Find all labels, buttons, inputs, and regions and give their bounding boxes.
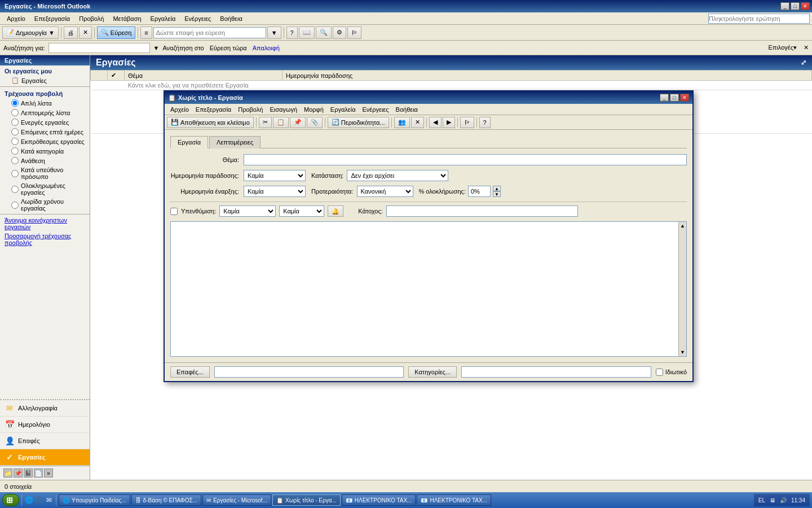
- dialog-menu-edit[interactable]: Επεξεργασία: [192, 106, 235, 113]
- sidebar-view-overdue[interactable]: Εκπρόθεσμες εργασίες: [0, 137, 90, 146]
- taskbar-item-db[interactable]: 🗄 δ-Βάση © ΕΠΑΦΟΣ...: [131, 494, 202, 506]
- sidebar-view-detailed[interactable]: Λεπτομερής λίστα: [0, 108, 90, 117]
- next-button[interactable]: ▶: [443, 117, 455, 128]
- nav-btn-mail[interactable]: ✉ Αλληλογραφία: [0, 400, 90, 417]
- options-label[interactable]: Επιλογές▾: [768, 44, 797, 51]
- reminder-date-select[interactable]: Καμία: [219, 205, 276, 217]
- tools2-button[interactable]: ⚙: [333, 27, 346, 39]
- search-input[interactable]: [48, 43, 150, 53]
- sidebar-link-customize[interactable]: Προσαρμογή τρέχουσας προβολής: [0, 231, 90, 247]
- help2-button[interactable]: ?: [479, 117, 491, 128]
- taskbar-item-email2[interactable]: 📧 ΗΛΕΚΤΡΟΝΙΚΟ ΤΑΧ...: [417, 494, 491, 506]
- tab-details[interactable]: Λεπτομέρειες: [209, 136, 261, 148]
- contact-search-input[interactable]: [153, 27, 266, 38]
- menu-file[interactable]: Αρχείο: [2, 12, 30, 24]
- new-button[interactable]: 📝 Δημιουργία ▼: [2, 27, 59, 39]
- maximize-button[interactable]: □: [791, 2, 800, 10]
- taskbar-item-tasks[interactable]: ✉ Εργασίες - Microsof...: [202, 494, 271, 506]
- cancel-assign-button[interactable]: ✕: [411, 117, 424, 128]
- sidebar-link-shared[interactable]: Άνοιγμα κοινόχρηστων εργασιών: [0, 216, 90, 231]
- assign-task-button[interactable]: 👥: [394, 117, 410, 128]
- menu-tools[interactable]: Εργαλεία: [146, 12, 180, 24]
- flag2-button[interactable]: 🏳: [460, 117, 474, 128]
- dialog-maximize-button[interactable]: □: [670, 94, 679, 102]
- menu-view[interactable]: Προβολή: [74, 12, 108, 24]
- scroll-down-button[interactable]: ▼: [679, 348, 686, 356]
- taskbar-item-email1[interactable]: 📧 ΗΛΕΚΤΡΟΝΙΚΟ ΤΑΧ...: [342, 494, 416, 506]
- help-search-input[interactable]: [708, 14, 810, 24]
- clear-label[interactable]: Απαλοιφή: [253, 45, 280, 51]
- sidebar-item-tasks-icon[interactable]: 📋 Εργασίες: [0, 76, 90, 85]
- cut-button[interactable]: ✂: [259, 117, 272, 128]
- task-body-area[interactable]: ▲ ▼: [170, 221, 687, 357]
- subject-input[interactable]: [244, 154, 687, 165]
- add-task-row[interactable]: Κάντε κλικ εδώ, για να προσθέσετε Εργασί…: [91, 81, 812, 90]
- scrollbar[interactable]: ▲ ▼: [678, 222, 686, 356]
- categories-button[interactable]: Κατηγορίες...: [408, 366, 457, 378]
- recurrence-button[interactable]: 🔄 Περιοδικότητα...: [328, 117, 389, 128]
- dialog-menu-view[interactable]: Προβολή: [235, 106, 266, 113]
- menu-edit[interactable]: Επεξεργασία: [30, 12, 74, 24]
- completion-input[interactable]: [468, 186, 491, 197]
- dialog-minimize-button[interactable]: _: [660, 94, 669, 102]
- categories-input[interactable]: [461, 366, 651, 378]
- due-date-select[interactable]: Καμία: [244, 170, 306, 181]
- nav-btn-contacts[interactable]: 👤 Επαφές: [0, 433, 90, 449]
- dialog-menu-tools[interactable]: Εργαλεία: [327, 106, 359, 113]
- attach-button[interactable]: 📎: [307, 117, 323, 128]
- sidebar-view-assign[interactable]: Ανάθεση: [0, 156, 90, 165]
- dialog-close-button[interactable]: ✕: [680, 94, 689, 102]
- sidebar-view-category[interactable]: Κατά κατηγορία: [0, 146, 90, 156]
- reminder-checkbox[interactable]: [170, 208, 178, 215]
- print-button[interactable]: 🖨: [64, 27, 78, 39]
- save-close-button[interactable]: 💾 Αποθήκευση και κλείσιμο: [167, 117, 254, 128]
- outlook-quick-icon[interactable]: ✉: [45, 496, 54, 505]
- private-checkbox[interactable]: [656, 369, 663, 376]
- delete-button[interactable]: ✕: [79, 27, 92, 39]
- sidebar-view-simple[interactable]: Απλή λίστα: [0, 98, 90, 108]
- owner-input[interactable]: Unknown: [386, 205, 578, 217]
- taskbar-item-ministry[interactable]: 🌐 Υπουργείο Παιδείας...: [59, 494, 130, 506]
- start-button[interactable]: ⊞: [2, 494, 19, 506]
- prev-button[interactable]: ◀: [429, 117, 442, 128]
- find-button[interactable]: 🔍 Εύρεση: [97, 27, 135, 39]
- flag-button[interactable]: 🏳: [347, 27, 361, 39]
- sidebar-view-next7[interactable]: Επόμενες επτά ημέρες: [0, 127, 90, 137]
- close-button[interactable]: ✕: [801, 2, 810, 10]
- nav-shortcut-icon[interactable]: 📌: [14, 468, 23, 478]
- dialog-menu-format[interactable]: Μορφή: [301, 106, 327, 113]
- paste-button[interactable]: 📌: [290, 117, 306, 128]
- completion-up-button[interactable]: ▲: [493, 186, 501, 191]
- ie-icon[interactable]: 🌐: [24, 496, 33, 505]
- reminder-sound-button[interactable]: 🔔: [328, 205, 343, 217]
- priority-select[interactable]: Κανονική: [357, 186, 413, 197]
- reminder-time-select[interactable]: Καμία: [279, 205, 324, 217]
- address-book-button[interactable]: 📖: [299, 27, 315, 39]
- tab-task[interactable]: Εργασία: [170, 136, 208, 148]
- menu-go[interactable]: Μετάβαση: [108, 12, 145, 24]
- nav-btn-calendar[interactable]: 📅 Ημερολόγιο: [0, 417, 90, 433]
- contacts-input[interactable]: [214, 366, 404, 378]
- sidebar-view-timeline[interactable]: Λωρίδα χρόνου εργασίας: [0, 197, 90, 213]
- start-date-select[interactable]: Καμία: [244, 186, 306, 197]
- col-subject[interactable]: Θέμα: [125, 71, 283, 81]
- menu-actions[interactable]: Ενέργειες: [180, 12, 215, 24]
- dialog-menu-actions[interactable]: Ενέργειες: [359, 106, 392, 113]
- sidebar-view-person[interactable]: Κατά υπεύθυνο πρόσωπο: [0, 165, 90, 181]
- col-due-date[interactable]: Ημερομηνία παράδοσης: [283, 71, 812, 81]
- media-icon[interactable]: 🎵: [34, 496, 43, 505]
- copy-button[interactable]: 📋: [273, 117, 289, 128]
- contact-search-dropdown[interactable]: ▼: [267, 27, 281, 39]
- menu-help[interactable]: Βοήθεια: [215, 12, 246, 24]
- nav-folder-icon[interactable]: 📁: [3, 468, 12, 478]
- help-button[interactable]: ?: [286, 27, 298, 39]
- nav-notes-icon[interactable]: 📄: [34, 468, 43, 478]
- list-view-button[interactable]: ≡: [140, 27, 152, 39]
- search2-button[interactable]: 🔍: [316, 27, 332, 39]
- nav-journal-icon[interactable]: 📓: [24, 468, 33, 478]
- dialog-menu-insert[interactable]: Εισαγωγή: [266, 106, 301, 113]
- add-task-placeholder[interactable]: Κάντε κλικ εδώ, για να προσθέσετε Εργασί…: [125, 81, 812, 90]
- scroll-up-button[interactable]: ▲: [679, 222, 686, 230]
- status-select[interactable]: Δεν έχει αρχίσει: [347, 170, 448, 181]
- contacts-button[interactable]: Επαφές...: [170, 366, 210, 378]
